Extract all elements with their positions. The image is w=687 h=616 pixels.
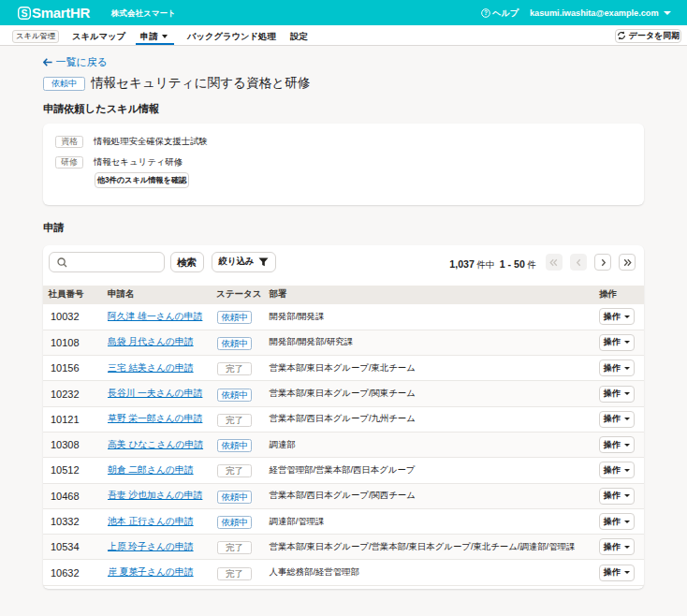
svg-text:?: ? [484,9,488,16]
svg-text:S: S [22,7,28,19]
